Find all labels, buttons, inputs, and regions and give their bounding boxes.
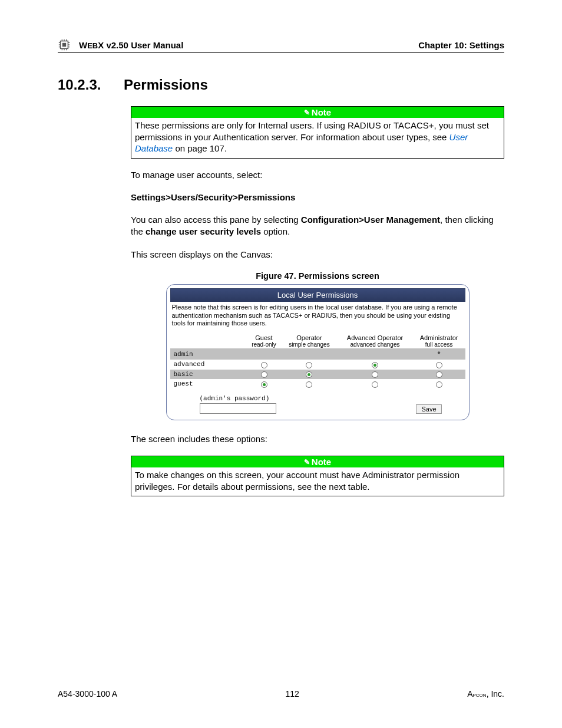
permission-cell[interactable] [247, 379, 282, 389]
section-number: 10.2.3. [58, 77, 124, 93]
paragraph: The screen includes these options: [131, 433, 504, 445]
radio-selected[interactable] [306, 371, 312, 378]
col-guest: Guestread-only [247, 334, 282, 348]
note-title: ✎Note [131, 107, 504, 118]
permission-cell[interactable] [282, 360, 338, 370]
radio-unselected[interactable] [436, 362, 442, 368]
star-icon: * [438, 350, 441, 358]
permission-cell: * [413, 348, 465, 360]
permission-cell[interactable] [247, 370, 282, 380]
table-row: guest [170, 379, 465, 389]
header-product: WEBX v2.50 User Manual [79, 40, 418, 50]
permissions-screenshot: Local User Permissions Please note that … [166, 284, 470, 420]
radio-unselected[interactable] [436, 371, 442, 378]
table-row: advanced [170, 360, 465, 370]
paragraph: This screen displays on the Canvas: [131, 249, 504, 261]
paragraph: To manage user accounts, select: [131, 169, 504, 181]
figure-caption: Figure 47. Permissions screen [131, 271, 504, 281]
permission-cell[interactable] [413, 379, 465, 389]
radio-selected[interactable] [261, 381, 267, 388]
radio-unselected[interactable] [306, 381, 312, 388]
section-title: Permissions [124, 77, 208, 93]
permission-cell[interactable] [282, 379, 338, 389]
footer-right: Apcon, Inc. [467, 689, 504, 699]
password-label: (admin's password) [200, 395, 270, 402]
note-icon: ✎ [304, 458, 310, 466]
radio-unselected[interactable] [306, 362, 312, 368]
note-box-1: ✎Note These permissions are only for Int… [131, 106, 504, 159]
table-row: admin* [170, 348, 465, 360]
note-icon: ✎ [304, 108, 310, 117]
permissions-table: Guestread-only Operatorsimple changes Ad… [170, 334, 465, 389]
chip-icon [58, 38, 71, 51]
screenshot-note: Please note that this screen is for edit… [170, 302, 465, 334]
footer-page-number: 112 [286, 689, 299, 699]
permission-cell [247, 348, 282, 360]
radio-selected[interactable] [372, 362, 378, 368]
svg-rect-1 [62, 43, 66, 47]
table-row: basic [170, 370, 465, 380]
username-cell: admin [170, 348, 247, 360]
section-heading: 10.2.3. Permissions [58, 77, 504, 93]
save-button[interactable]: Save [416, 404, 441, 414]
page-header: WEBX v2.50 User Manual Chapter 10: Setti… [58, 38, 504, 53]
footer-left: A54-3000-100 A [58, 689, 117, 699]
radio-unselected[interactable] [372, 381, 378, 388]
radio-unselected[interactable] [261, 362, 267, 368]
admin-password-input[interactable] [200, 403, 276, 414]
note-box-2: ✎Note To make changes on this screen, yo… [131, 456, 504, 496]
screenshot-title: Local User Permissions [170, 288, 465, 302]
note-body: To make changes on this screen, your acc… [131, 467, 504, 496]
password-row: (admin's password) Save [170, 395, 465, 414]
username-cell: guest [170, 379, 247, 389]
permission-cell[interactable] [337, 360, 412, 370]
permission-cell[interactable] [247, 360, 282, 370]
permission-cell[interactable] [337, 379, 412, 389]
permission-cell[interactable] [413, 360, 465, 370]
radio-unselected[interactable] [436, 381, 442, 388]
permission-cell [282, 348, 338, 360]
username-cell: basic [170, 370, 247, 380]
page-footer: A54-3000-100 A 112 Apcon, Inc. [58, 689, 504, 699]
col-administrator: Administratorfull access [413, 334, 465, 348]
radio-unselected[interactable] [372, 371, 378, 378]
header-chapter: Chapter 10: Settings [418, 40, 504, 50]
paragraph: You can also access this pane by selecti… [131, 214, 504, 238]
note-body: These permissions are only for Internal … [131, 118, 504, 158]
col-advanced-operator: Advanced Operatoradvanced changes [337, 334, 412, 348]
permission-cell [337, 348, 412, 360]
col-operator: Operatorsimple changes [282, 334, 338, 348]
permission-cell[interactable] [337, 370, 412, 380]
permission-cell[interactable] [413, 370, 465, 380]
note-title: ✎Note [131, 456, 504, 467]
nav-path: Settings>Users/Security>Persmissions [131, 192, 504, 203]
username-cell: advanced [170, 360, 247, 370]
permission-cell[interactable] [282, 370, 338, 380]
radio-unselected[interactable] [261, 371, 267, 378]
